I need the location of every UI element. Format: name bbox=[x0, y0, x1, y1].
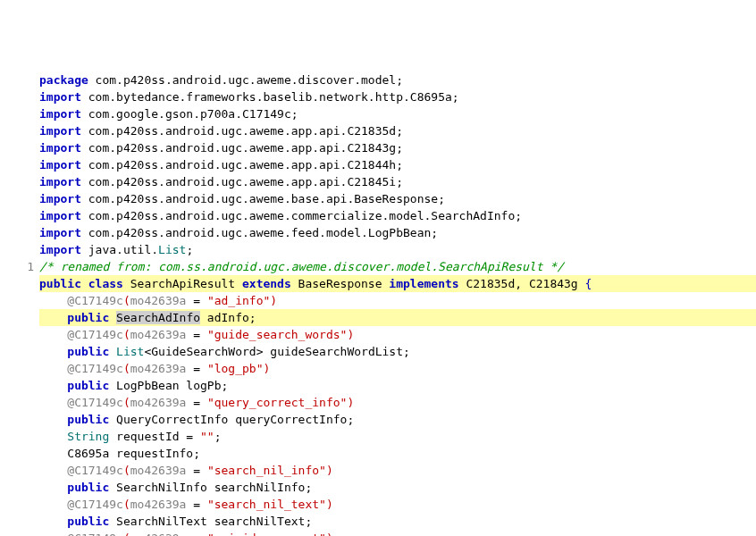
token-kw: implements bbox=[389, 277, 458, 290]
gutter bbox=[0, 139, 39, 156]
token-plain: adInfo; bbox=[200, 311, 256, 324]
token-kw: public bbox=[67, 413, 109, 426]
token-num-anno: mo42639a bbox=[130, 464, 187, 477]
token-kw: import bbox=[39, 243, 81, 256]
gutter bbox=[0, 445, 39, 462]
gutter bbox=[0, 105, 39, 122]
token-kw: package bbox=[39, 73, 88, 87]
token-plain: = bbox=[186, 498, 206, 511]
token-num-anno: mo42639a bbox=[130, 532, 187, 536]
code-content: import com.p420ss.android.ugc.aweme.comm… bbox=[39, 207, 756, 224]
token-plain: = bbox=[186, 294, 206, 307]
code-line: import com.p420ss.android.ugc.aweme.app.… bbox=[0, 156, 756, 173]
code-content: C8695a requestInfo; bbox=[39, 445, 756, 462]
gutter bbox=[0, 326, 39, 343]
code-content: import com.bytedance.frameworks.baselib.… bbox=[39, 88, 756, 105]
token-plain: ; bbox=[186, 243, 193, 256]
token-plain: = bbox=[186, 328, 206, 341]
token-kw: public bbox=[67, 379, 109, 392]
token-plain: C21835d, C21843g bbox=[459, 277, 585, 290]
token-plain: java.util. bbox=[81, 243, 158, 256]
code-content: import com.p420ss.android.ugc.aweme.app.… bbox=[39, 122, 756, 139]
token-anno: @C17149c bbox=[67, 362, 123, 375]
token-type: List bbox=[158, 243, 186, 256]
code-line: import com.google.gson.p700a.C17149c; bbox=[0, 105, 756, 122]
token-type: List bbox=[116, 345, 144, 358]
gutter: 1 bbox=[0, 258, 39, 275]
code-content: import com.p420ss.android.ugc.aweme.app.… bbox=[39, 173, 756, 190]
token-comment: /* renamed from: com.ss.android.ugc.awem… bbox=[39, 260, 564, 273]
code-line: @C17149c(mo42639a = "search_nil_text") bbox=[0, 496, 756, 513]
code-content: @C17149c(mo42639a = "query_correct_info"… bbox=[39, 394, 756, 411]
gutter bbox=[0, 496, 39, 513]
gutter bbox=[0, 462, 39, 479]
gutter bbox=[0, 190, 39, 207]
code-viewer: package com.p420ss.android.ugc.aweme.dis… bbox=[0, 71, 756, 536]
token-num-anno: mo42639a bbox=[130, 396, 187, 409]
token-anno: @C17149c bbox=[67, 532, 123, 536]
gutter bbox=[0, 173, 39, 190]
token-paren-red: ( bbox=[123, 294, 130, 307]
code-line: String requestId = ""; bbox=[0, 428, 756, 445]
token-plain: SearchNilInfo searchNilInfo; bbox=[109, 481, 312, 494]
token-str: "" bbox=[200, 430, 214, 443]
token-kw: public bbox=[67, 311, 109, 324]
token-plain bbox=[109, 311, 116, 324]
gutter bbox=[0, 479, 39, 496]
token-str: "ad_info" bbox=[207, 294, 270, 307]
code-line: @C17149c(mo42639a = "log_pb") bbox=[0, 360, 756, 377]
token-plain: com.p420ss.android.ugc.aweme.app.api.C21… bbox=[81, 158, 403, 172]
gutter bbox=[0, 224, 39, 241]
token-plain: LogPbBean logPb; bbox=[109, 379, 228, 392]
gutter bbox=[0, 241, 39, 258]
token-num-anno: mo42639a bbox=[130, 362, 187, 375]
token-paren-red: ) bbox=[326, 464, 333, 477]
code-line: @C17149c(mo42639a = "query_correct_info"… bbox=[0, 394, 756, 411]
token-str: "suicide_prevent" bbox=[207, 532, 326, 536]
token-paren-red: ) bbox=[347, 396, 354, 409]
token-plain: = bbox=[186, 396, 206, 409]
token-plain: = bbox=[186, 362, 206, 375]
code-content: import com.p420ss.android.ugc.aweme.base… bbox=[39, 190, 756, 207]
gutter bbox=[0, 530, 39, 536]
gutter bbox=[0, 377, 39, 394]
token-plain: C8695a requestInfo; bbox=[67, 447, 200, 460]
code-line: import com.p420ss.android.ugc.aweme.app.… bbox=[0, 139, 756, 156]
gutter bbox=[0, 428, 39, 445]
token-hl-word: SearchAdInfo bbox=[116, 311, 200, 324]
token-paren-red: ) bbox=[347, 328, 354, 341]
code-line: public SearchAdInfo adInfo; bbox=[0, 309, 756, 326]
token-paren-red: ) bbox=[326, 498, 333, 511]
code-line: @C17149c(mo42639a = "suicide_prevent") bbox=[0, 530, 756, 536]
code-line: public List<GuideSearchWord> guideSearch… bbox=[0, 343, 756, 360]
token-plain: com.google.gson.p700a.C17149c; bbox=[81, 107, 298, 121]
token-kw: extends bbox=[242, 277, 291, 290]
token-paren-red: ( bbox=[123, 464, 130, 477]
code-content: @C17149c(mo42639a = "guide_search_words"… bbox=[39, 326, 756, 343]
gutter bbox=[0, 88, 39, 105]
token-plain: ; bbox=[214, 430, 222, 443]
token-plain: com.bytedance.frameworks.baselib.network… bbox=[81, 90, 459, 104]
gutter bbox=[0, 309, 39, 326]
token-kw: public class bbox=[39, 277, 123, 290]
token-kw: import bbox=[39, 141, 81, 155]
token-num-anno: mo42639a bbox=[130, 328, 187, 341]
token-paren-red: ( bbox=[123, 328, 130, 341]
code-content: public SearchNilInfo searchNilInfo; bbox=[39, 479, 756, 496]
token-num-anno: mo42639a bbox=[130, 294, 187, 307]
code-content: import com.google.gson.p700a.C17149c; bbox=[39, 105, 756, 122]
token-plain: com.p420ss.android.ugc.aweme.app.api.C21… bbox=[81, 124, 403, 138]
gutter bbox=[0, 292, 39, 309]
token-anno: @C17149c bbox=[67, 294, 123, 307]
token-kw: import bbox=[39, 124, 81, 138]
code-content: public List<GuideSearchWord> guideSearch… bbox=[39, 343, 756, 360]
token-kw: import bbox=[39, 107, 81, 121]
code-line: public QueryCorrectInfo queryCorrectInfo… bbox=[0, 411, 756, 428]
token-num-anno: mo42639a bbox=[130, 498, 187, 511]
code-line: @C17149c(mo42639a = "guide_search_words"… bbox=[0, 326, 756, 343]
code-content: public SearchAdInfo adInfo; bbox=[39, 309, 756, 326]
token-kw: import bbox=[39, 226, 81, 239]
token-anno: @C17149c bbox=[67, 328, 123, 341]
token-str: "guide_search_words" bbox=[207, 328, 348, 341]
token-kw: public bbox=[67, 515, 109, 528]
